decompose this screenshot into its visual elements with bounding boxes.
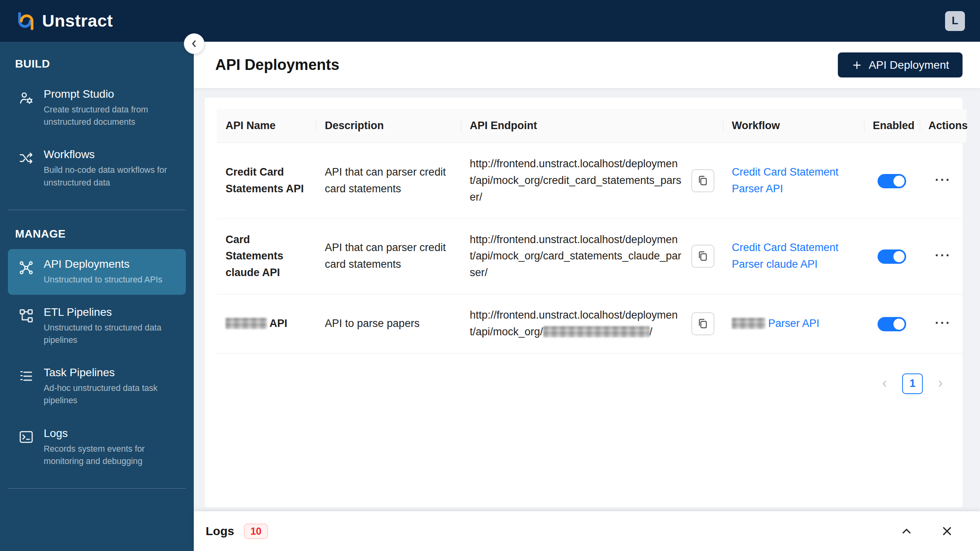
enabled-toggle[interactable]	[878, 317, 906, 331]
table-row: Credit Card Statements API API that can …	[217, 143, 966, 219]
logs-terminal-icon	[18, 429, 35, 447]
top-header: Unstract L	[0, 0, 980, 42]
user-avatar[interactable]: L	[945, 11, 965, 31]
column-api-endpoint: API Endpoint	[461, 109, 723, 143]
unstract-logo-icon	[15, 10, 37, 32]
sidebar-divider	[8, 210, 186, 210]
toggle-knob	[893, 176, 905, 187]
prompt-studio-icon	[18, 90, 35, 107]
etl-pipelines-icon	[18, 308, 35, 325]
column-enabled: Enabled	[864, 109, 920, 143]
column-actions: Actions	[920, 109, 966, 143]
sidebar-item-title: Task Pipelines	[44, 366, 171, 379]
table-header-row: API Name Description API Endpoint Workfl…	[217, 109, 966, 143]
enabled-toggle[interactable]	[878, 249, 906, 264]
actions-cell: ···	[920, 143, 966, 219]
api-name-cell: API	[217, 294, 316, 354]
api-deployments-icon	[18, 260, 35, 277]
enabled-toggle[interactable]	[878, 174, 906, 188]
copy-icon	[697, 175, 709, 187]
pagination-page-1[interactable]: 1	[902, 373, 923, 394]
workflow-link[interactable]: Credit Card Statement Parser API	[732, 166, 839, 195]
pagination-next-button[interactable]	[930, 373, 951, 394]
table-row: Card Statements claude API API that can …	[217, 218, 966, 294]
workflow-link[interactable]: Parser API	[732, 317, 820, 329]
more-actions-icon[interactable]: ···	[933, 316, 954, 329]
workflows-icon	[18, 150, 35, 168]
workflow-cell: Credit Card Statement Parser claude API	[723, 218, 864, 294]
sidebar-collapse-button[interactable]	[184, 33, 204, 54]
plus-icon	[851, 60, 862, 71]
brand-name: Unstract	[42, 11, 113, 31]
sidebar-divider	[8, 488, 186, 489]
workflow-cell: Credit Card Statement Parser API	[723, 143, 864, 219]
add-api-deployment-button[interactable]: API Deployment	[838, 52, 963, 77]
page-title: API Deployments	[215, 56, 340, 73]
description-cell: API to parse papers	[316, 294, 461, 354]
endpoint-url: http://frontend.unstract.localhost/deplo…	[470, 232, 683, 282]
description-cell: API that can parser credit card statemen…	[316, 218, 461, 294]
sidebar-item-subtitle: Ad-hoc unstructured data task pipelines	[44, 382, 171, 407]
toggle-knob	[893, 319, 905, 330]
sidebar-item-etl-pipelines[interactable]: ETL Pipelines Unstructured to structured…	[8, 297, 186, 355]
api-name-suffix: API	[270, 317, 287, 329]
pagination-prev-button[interactable]	[874, 373, 895, 394]
sidebar-item-subtitle: Unstructured to structured data pipeline…	[44, 322, 171, 346]
logs-close-button[interactable]	[937, 521, 957, 541]
logs-expand-button[interactable]	[897, 521, 916, 541]
logs-count-badge: 10	[244, 524, 268, 539]
sidebar-item-api-deployments[interactable]: API Deployments Unstructured to structur…	[8, 249, 186, 295]
copy-icon	[697, 318, 709, 330]
enabled-cell	[864, 218, 920, 294]
actions-cell: ···	[920, 218, 966, 294]
description-cell: API that can parser credit card statemen…	[316, 143, 461, 219]
chevron-left-icon	[880, 379, 890, 389]
more-actions-icon[interactable]: ···	[933, 248, 954, 262]
sidebar-item-title: Workflows	[44, 148, 171, 161]
sidebar-item-title: Prompt Studio	[44, 88, 171, 101]
endpoint-cell: http://frontend.unstract.localhost/deplo…	[461, 218, 723, 294]
column-workflow: Workflow	[723, 109, 864, 143]
sidebar-item-workflows[interactable]: Workflows Build no-code data workflows f…	[8, 139, 186, 197]
endpoint-url: http://frontend.unstract.localhost/deplo…	[470, 307, 683, 340]
deployments-card: API Name Description API Endpoint Workfl…	[205, 98, 963, 507]
chevron-right-icon	[935, 379, 945, 389]
enabled-cell	[864, 294, 920, 354]
api-name-cell: Card Statements claude API	[217, 218, 316, 294]
copy-icon	[697, 250, 709, 262]
endpoint-cell: http://frontend.unstract.localhost/deplo…	[461, 294, 723, 354]
sidebar-item-title: API Deployments	[44, 258, 162, 271]
sidebar-item-logs[interactable]: Logs Records system events for monitorin…	[8, 418, 186, 476]
sidebar-item-subtitle: Build no-code data workflows for unstruc…	[44, 164, 171, 189]
add-button-label: API Deployment	[869, 59, 949, 72]
sidebar-item-title: ETL Pipelines	[44, 306, 171, 319]
redacted-text	[732, 318, 765, 329]
sidebar-item-subtitle: Create structured data from unstructured…	[44, 104, 171, 128]
endpoint-cell: http://frontend.unstract.localhost/deplo…	[461, 143, 723, 219]
sidebar-item-prompt-studio[interactable]: Prompt Studio Create structured data fro…	[8, 79, 186, 137]
api-name-cell: Credit Card Statements API	[217, 143, 316, 219]
logs-label: Logs	[206, 524, 234, 538]
sidebar: BUILD Prompt Studio Create structured da…	[0, 42, 194, 551]
copy-endpoint-button[interactable]	[691, 245, 714, 268]
redacted-text	[226, 318, 267, 329]
more-actions-icon[interactable]: ···	[933, 173, 954, 186]
column-description: Description	[316, 109, 461, 143]
sidebar-item-title: Logs	[44, 427, 171, 440]
enabled-cell	[864, 143, 920, 219]
copy-endpoint-button[interactable]	[691, 312, 714, 335]
redacted-text	[543, 326, 650, 337]
workflow-link[interactable]: Credit Card Statement Parser claude API	[732, 242, 839, 270]
logs-panel-bar: Logs 10	[194, 511, 980, 551]
actions-cell: ···	[920, 294, 966, 354]
sidebar-item-subtitle: Unstructured to structured APIs	[44, 274, 162, 286]
chevron-left-icon	[189, 38, 200, 49]
main-area: API Deployments API Deployment API Name …	[194, 42, 980, 551]
pagination: 1	[217, 373, 951, 394]
endpoint-url: http://frontend.unstract.localhost/deplo…	[470, 156, 683, 206]
close-icon	[940, 524, 954, 538]
copy-endpoint-button[interactable]	[691, 169, 714, 192]
sidebar-item-task-pipelines[interactable]: Task Pipelines Ad-hoc unstructured data …	[8, 358, 186, 416]
page-header: API Deployments API Deployment	[194, 42, 980, 88]
workflow-cell: Parser API	[723, 294, 864, 354]
